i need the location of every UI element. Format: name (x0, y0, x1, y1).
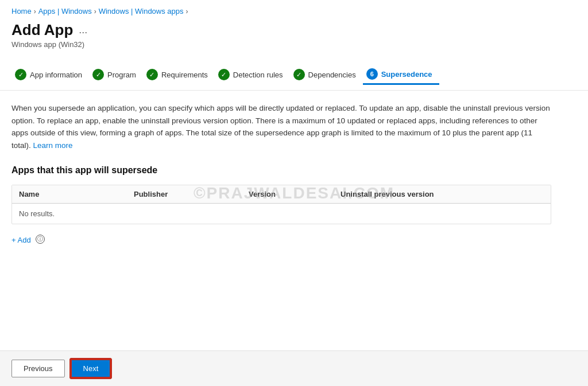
page-title: Add App ... (11, 21, 577, 39)
steps-nav: ✓ App information ✓ Program ✓ Requiremen… (0, 56, 588, 91)
page-title-text: Add App (11, 21, 73, 39)
footer-bar: Previous Next (0, 350, 588, 386)
step-label-1: App information (30, 71, 82, 79)
step-detection-rules[interactable]: ✓ Detection rules (215, 65, 290, 84)
step-label-5: Dependencies (308, 71, 356, 79)
table-empty-message: No results. (19, 209, 544, 218)
page-header: Add App ... Windows app (Win32) (0, 19, 588, 56)
step-label-3: Requirements (161, 71, 208, 79)
page-subtitle: Windows app (Win32) (11, 40, 577, 49)
step-requirements[interactable]: ✓ Requirements (143, 65, 215, 84)
description-text: When you supersede an application, you c… (11, 102, 551, 151)
add-section: + Add ⓘ (11, 233, 577, 244)
step-dependencies[interactable]: ✓ Dependencies (290, 65, 363, 84)
supersede-table: Name Publisher Version Uninstall previou… (11, 185, 551, 224)
breadcrumb-windows-apps[interactable]: Windows | Windows apps (99, 7, 184, 15)
table-empty-row: No results. (12, 204, 551, 224)
step-check-5: ✓ (293, 69, 305, 80)
step-label-2: Program (107, 71, 136, 79)
step-check-1: ✓ (15, 69, 26, 80)
breadcrumb: Home › Apps | Windows › Windows | Window… (0, 0, 588, 19)
col-header-version: Version (249, 190, 341, 198)
learn-more-link[interactable]: Learn more (33, 141, 73, 150)
next-button[interactable]: Next (71, 359, 111, 378)
step-supersedence[interactable]: 6 Supersedence (363, 65, 439, 85)
info-icon[interactable]: ⓘ (36, 235, 45, 244)
table-header: Name Publisher Version Uninstall previou… (12, 185, 551, 204)
step-label-6: Supersedence (381, 70, 432, 79)
page-wrapper: Home › Apps | Windows › Windows | Window… (0, 0, 588, 386)
col-header-publisher: Publisher (134, 190, 249, 198)
step-check-2: ✓ (92, 69, 104, 80)
breadcrumb-apps-windows[interactable]: Apps | Windows (38, 7, 92, 15)
add-link[interactable]: + Add (11, 236, 31, 244)
supersede-section-title: Apps that this app will supersede (11, 165, 577, 176)
breadcrumb-home[interactable]: Home (11, 7, 32, 15)
description-main-text: When you supersede an application, you c… (11, 104, 550, 150)
step-check-4: ✓ (218, 69, 230, 80)
col-header-name: Name (19, 190, 134, 198)
step-check-3: ✓ (146, 69, 158, 80)
content-area: When you supersede an application, you c… (0, 91, 588, 256)
step-program[interactable]: ✓ Program (89, 65, 143, 84)
step-number-6: 6 (366, 68, 378, 80)
previous-button[interactable]: Previous (11, 360, 65, 377)
breadcrumb-sep-3: › (186, 7, 188, 15)
col-header-uninstall: Uninstall previous version (341, 190, 544, 198)
breadcrumb-sep-1: › (34, 7, 36, 15)
step-app-information[interactable]: ✓ App information (11, 65, 89, 84)
breadcrumb-sep-2: › (94, 7, 96, 15)
page-title-ellipsis[interactable]: ... (79, 24, 87, 36)
step-label-4: Detection rules (233, 71, 283, 79)
